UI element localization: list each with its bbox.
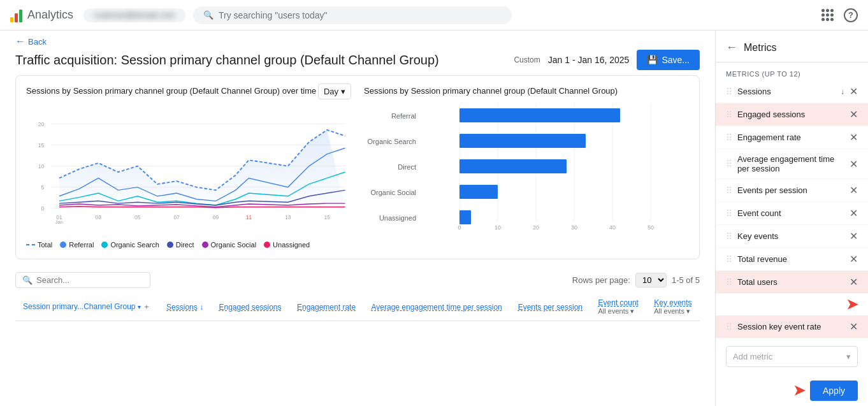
remove-sessions[interactable]: ✕ bbox=[850, 85, 858, 98]
drag-handle-total-revenue[interactable]: ⠿ bbox=[726, 254, 732, 265]
table-section: 🔍 Rows per page: 10 25 50 1-5 of 5 bbox=[0, 267, 715, 406]
help-icon[interactable]: ? bbox=[844, 8, 858, 22]
panel-back-button[interactable]: ← bbox=[726, 41, 737, 54]
col-avg-engagement[interactable]: Average engagement time per session bbox=[364, 293, 510, 321]
table-search-bar[interactable]: 🔍 bbox=[15, 272, 150, 288]
metric-row-key-events: ⠿ Key events ✕ bbox=[716, 225, 868, 248]
bar-label-direct: Direct bbox=[364, 163, 416, 171]
drag-handle-engagement-rate[interactable]: ⠿ bbox=[726, 133, 732, 143]
bar-label-organic-social: Organic Social bbox=[364, 189, 416, 196]
remove-event-count[interactable]: ✕ bbox=[850, 207, 858, 219]
rows-control: Rows per page: 10 25 50 1-5 of 5 bbox=[572, 273, 700, 287]
search-input[interactable] bbox=[219, 10, 502, 20]
apply-arrow-icon: ➤ bbox=[793, 382, 805, 399]
table-wrap: Session primary...Channel Group ▾ ＋ Sess… bbox=[15, 293, 700, 321]
legend-unassigned-icon bbox=[264, 242, 270, 248]
svg-text:15: 15 bbox=[324, 214, 330, 221]
svg-text:10: 10 bbox=[38, 163, 45, 170]
drag-handle-key-events[interactable]: ⠿ bbox=[726, 231, 732, 242]
logo-icon bbox=[10, 8, 22, 22]
metric-name-total-users: Total users bbox=[737, 277, 844, 287]
svg-text:50: 50 bbox=[647, 224, 654, 231]
metric-name-session-key-event-rate: Session key event rate bbox=[737, 322, 844, 331]
metric-row-total-revenue: ⠿ Total revenue ✕ bbox=[716, 248, 868, 271]
table-search-input[interactable] bbox=[36, 275, 143, 285]
legend-unassigned-label: Unassigned bbox=[273, 241, 310, 249]
bar-label-referral: Referral bbox=[364, 112, 416, 120]
col-engaged-sessions-label: Engaged sessions bbox=[219, 303, 281, 312]
bar-chart-area: Referral Organic Search Direct Organic S… bbox=[364, 103, 689, 231]
legend-organic-social: Organic Social bbox=[202, 241, 257, 249]
bar-label-organic-search: Organic Search bbox=[364, 138, 416, 145]
col-events-per-session[interactable]: Events per session bbox=[510, 293, 591, 321]
metric-name-total-revenue: Total revenue bbox=[737, 254, 844, 264]
metric-row-avg-engagement: ⠿ Average engagement time per session ✕ bbox=[716, 149, 868, 179]
apply-button[interactable]: Apply bbox=[810, 381, 858, 401]
col-sessions[interactable]: Sessions ↓ bbox=[159, 293, 211, 321]
account-label: customer@domain.com bbox=[94, 11, 175, 20]
day-dropdown[interactable]: Day ▾ bbox=[318, 83, 351, 99]
grid-icon[interactable] bbox=[821, 9, 834, 21]
search-icon: 🔍 bbox=[203, 10, 213, 20]
rows-select[interactable]: 10 25 50 bbox=[635, 273, 667, 287]
col-event-count-filter[interactable]: All events ▾ bbox=[598, 307, 639, 315]
metric-row-engagement-rate: ⠿ Engagement rate ✕ bbox=[716, 126, 868, 149]
drag-handle-engaged-sessions[interactable]: ⠿ bbox=[726, 110, 732, 120]
svg-text:Jan: Jan bbox=[55, 219, 63, 225]
legend-organic-search: Organic Search bbox=[101, 241, 159, 249]
col-sessions-label: Sessions bbox=[166, 303, 198, 312]
remove-session-key-event-rate[interactable]: ✕ bbox=[850, 321, 858, 333]
remove-key-events[interactable]: ✕ bbox=[850, 230, 858, 242]
col-engagement-rate[interactable]: Engagement rate bbox=[289, 293, 364, 321]
remove-engaged-sessions[interactable]: ✕ bbox=[850, 108, 858, 120]
remove-total-users[interactable]: ✕ bbox=[850, 276, 858, 288]
drag-handle-events-per-session[interactable]: ⠿ bbox=[726, 185, 732, 196]
add-metric-select[interactable]: Add metric ▾ bbox=[726, 346, 858, 367]
col-channel[interactable]: Session primary...Channel Group ▾ ＋ bbox=[15, 293, 159, 321]
legend-total: Total bbox=[26, 241, 52, 249]
col-key-events[interactable]: Key events All events ▾ bbox=[646, 293, 700, 321]
col-channel-sort-icon: ▾ bbox=[138, 303, 141, 310]
page-title: Traffic acquisition: Session primary cha… bbox=[15, 53, 439, 68]
drag-handle-session-key-event-rate[interactable]: ⠿ bbox=[726, 322, 732, 332]
line-chart-container: 20 15 10 5 0 01 Jan 03 05 07 09 bbox=[26, 108, 351, 236]
legend-direct-icon bbox=[167, 242, 173, 248]
remove-events-per-session[interactable]: ✕ bbox=[850, 184, 858, 196]
drag-handle-sessions[interactable]: ⠿ bbox=[726, 87, 732, 97]
sort-arrow-sessions[interactable]: ↓ bbox=[841, 87, 844, 96]
svg-rect-35 bbox=[459, 210, 471, 224]
drag-handle-total-users[interactable]: ⠿ bbox=[726, 277, 732, 287]
metric-row-events-per-session: ⠿ Events per session ✕ bbox=[716, 179, 868, 202]
pagination-info: 1-5 of 5 bbox=[672, 275, 700, 285]
svg-text:09: 09 bbox=[213, 214, 219, 221]
legend-direct-label: Direct bbox=[176, 241, 194, 249]
svg-rect-33 bbox=[459, 159, 567, 173]
svg-text:11: 11 bbox=[246, 214, 252, 221]
drag-handle-avg-engagement[interactable]: ⠿ bbox=[726, 159, 732, 169]
date-custom-label: Custom bbox=[514, 55, 540, 64]
remove-engagement-rate[interactable]: ✕ bbox=[850, 131, 858, 143]
col-engaged-sessions[interactable]: Engaged sessions bbox=[211, 293, 289, 321]
day-dropdown-label: Day bbox=[324, 87, 338, 96]
col-event-count[interactable]: Event count All events ▾ bbox=[591, 293, 647, 321]
remove-total-revenue[interactable]: ✕ bbox=[850, 253, 858, 265]
account-pill[interactable]: customer@domain.com bbox=[83, 8, 185, 22]
back-arrow-icon: ← bbox=[15, 36, 25, 47]
bar-labels: Referral Organic Search Direct Organic S… bbox=[364, 103, 421, 231]
search-bar[interactable]: 🔍 bbox=[193, 6, 512, 24]
add-column-icon[interactable]: ＋ bbox=[143, 302, 150, 311]
col-key-events-filter[interactable]: All events ▾ bbox=[654, 307, 692, 315]
table-toolbar: 🔍 Rows per page: 10 25 50 1-5 of 5 bbox=[15, 267, 700, 293]
add-metric-row: Add metric ▾ bbox=[716, 338, 868, 375]
metric-name-engagement-rate: Engagement rate bbox=[737, 133, 844, 142]
metric-name-engaged-sessions: Engaged sessions bbox=[737, 110, 844, 119]
header: Analytics customer@domain.com 🔍 ? bbox=[0, 0, 868, 31]
legend-referral-icon bbox=[60, 242, 66, 248]
remove-avg-engagement[interactable]: ✕ bbox=[850, 158, 858, 170]
drag-handle-event-count[interactable]: ⠿ bbox=[726, 208, 732, 219]
back-link[interactable]: ← Back bbox=[15, 36, 47, 47]
metric-row-engaged-sessions: ⠿ Engaged sessions ✕ bbox=[716, 103, 868, 126]
panel-header: ← Metrics bbox=[716, 31, 868, 62]
save-button[interactable]: 💾 Save... bbox=[637, 50, 700, 70]
table-header: Session primary...Channel Group ▾ ＋ Sess… bbox=[15, 293, 700, 321]
